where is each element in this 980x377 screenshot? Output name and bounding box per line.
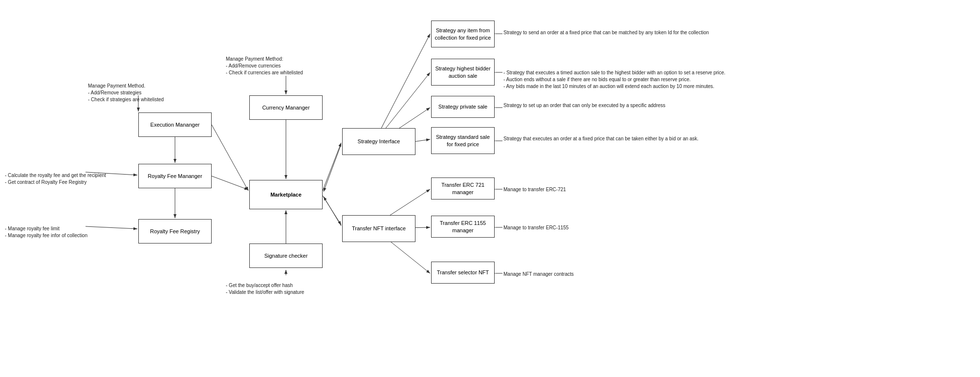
strategy-standard-sale-note: Strategy that executes an order at a fix…	[503, 135, 698, 142]
transfer-erc1155-box: Transfer ERC 1155 manager	[431, 216, 495, 238]
transfer-erc721-note: Manage to transfer ERC-721	[503, 186, 566, 193]
diagram-container: Execution Mananger Royalty Fee Mananger …	[0, 0, 980, 377]
marketplace-box: Marketplace	[249, 180, 323, 209]
svg-line-27	[86, 226, 137, 229]
svg-line-7	[324, 144, 341, 192]
transfer-erc1155-note: Manage to transfer ERC-1155	[503, 224, 568, 231]
transfer-erc721-box: Transfer ERC 721 manager	[431, 177, 495, 200]
strategy-interface-box: Strategy Interface	[342, 128, 415, 155]
svg-line-8	[323, 196, 341, 225]
strategy-highest-bidder-box: Strategy highest bidder auction sale	[431, 59, 495, 86]
royalty-fee-manager-box: Royalty Fee Mananger	[138, 164, 212, 188]
execution-manager-box: Execution Mananger	[138, 112, 212, 137]
strategy-any-item-note: Strategy to send an order at a fixed pri…	[503, 29, 709, 36]
currency-manager-box: Currency Mananger	[249, 95, 323, 120]
svg-line-10	[379, 34, 430, 133]
strategy-standard-sale-box: Strategy standard sale for fixed price	[431, 127, 495, 154]
signature-checker-box: Signature checker	[249, 244, 323, 268]
transfer-selector-box: Transfer selector NFT	[431, 262, 495, 284]
strategy-private-sale-note: Strategy to set up an order that can onl…	[503, 102, 665, 109]
svg-line-2	[212, 125, 248, 191]
svg-line-4	[212, 176, 248, 190]
signature-checker-note: - Get the buy/accept offer hash - Valida…	[226, 275, 304, 296]
strategy-highest-bidder-note: - Strategy that executes a timed auction…	[503, 63, 725, 90]
strategy-private-sale-box: Strategy private sale	[431, 96, 495, 118]
royalty-fee-registry-note: - Manage royalty fee limit - Manage roya…	[5, 219, 87, 239]
strategy-any-item-box: Strategy any item from collection for fi…	[431, 21, 495, 47]
svg-line-6	[323, 143, 341, 191]
svg-line-9	[324, 197, 341, 226]
transfer-nft-interface-box: Transfer NFT interface	[342, 215, 415, 242]
royalty-fee-registry-box: Royalty Fee Registry	[138, 219, 212, 244]
execution-manager-note: Manage Payment Method. - Add/Remove stra…	[88, 76, 164, 103]
currency-manager-note: Manage Payment Method: - Add/Remove curr…	[226, 49, 303, 76]
royalty-fee-manager-note: - Calculate the royalty fee and get the …	[5, 165, 106, 186]
transfer-selector-note: Manage NFT manager contracts	[503, 271, 574, 278]
svg-line-11	[379, 72, 430, 137]
